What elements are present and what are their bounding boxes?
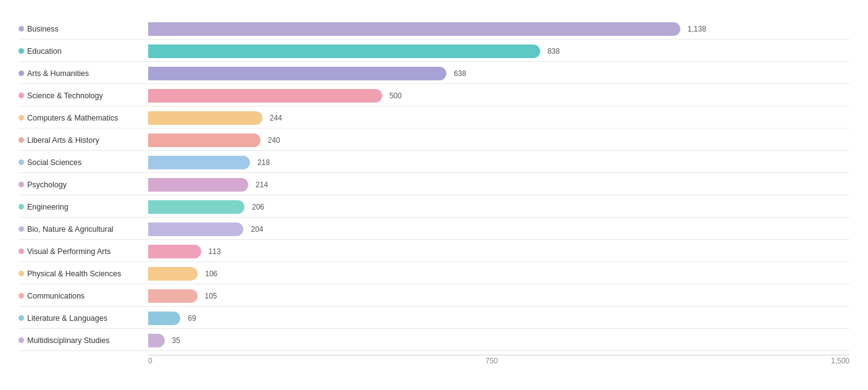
bar-value-label: 638 (454, 69, 466, 78)
bar-label: Science & Technology (19, 91, 148, 100)
bar-fill (148, 200, 244, 214)
bar-dot (19, 271, 24, 276)
bar-value-label: 105 (205, 292, 217, 300)
bar-label: Education (19, 47, 148, 56)
x-axis-tick: 0 (148, 357, 152, 365)
bar-container: 218 (148, 156, 849, 169)
bar-row: Communications105 (19, 286, 849, 307)
bar-dot (19, 115, 24, 121)
bar-dot (19, 315, 24, 321)
bar-row: Science & Technology500 (19, 85, 849, 106)
bar-dot (19, 337, 24, 343)
bar-container: 206 (148, 200, 849, 214)
bar-dot (19, 48, 24, 54)
bar-value-label: 204 (251, 225, 263, 234)
bar-row: Social Sciences218 (19, 152, 849, 173)
bar-container: 204 (148, 223, 849, 236)
bar-row: Psychology214 (19, 174, 849, 195)
bar-label: Literature & Languages (19, 314, 148, 323)
bar-container: 113 (148, 245, 849, 258)
bar-dot (19, 93, 24, 98)
x-axis: 07501,500 (19, 355, 849, 365)
bar-value-label: 206 (252, 203, 264, 211)
bar-fill (148, 89, 382, 103)
bar-row: Physical & Health Sciences106 (19, 263, 849, 284)
bar-label: Communications (19, 292, 148, 300)
bar-row: Multidisciplinary Studies35 (19, 330, 849, 351)
bar-label: Engineering (19, 203, 148, 211)
bar-value-label: 35 (172, 336, 180, 345)
bar-label: Arts & Humanities (19, 69, 148, 78)
bar-container: 1,138 (148, 22, 849, 36)
x-axis-tick: 750 (485, 357, 498, 365)
bar-fill (148, 67, 446, 80)
bar-label: Psychology (19, 180, 148, 189)
bar-dot (19, 137, 24, 143)
bar-container: 105 (148, 289, 849, 303)
bar-label: Business (19, 25, 148, 33)
bar-fill (148, 22, 680, 36)
bar-container: 214 (148, 178, 849, 192)
bar-fill (148, 334, 165, 347)
bar-container: 35 (148, 334, 849, 347)
bar-row: Business1,138 (19, 19, 849, 40)
bar-container: 244 (148, 111, 849, 125)
bar-label: Bio, Nature & Agricultural (19, 225, 148, 234)
bar-value-label: 838 (548, 47, 560, 56)
bar-dot (19, 70, 24, 76)
bar-label: Visual & Performing Arts (19, 247, 148, 256)
bar-dot (19, 226, 24, 232)
bar-row: Visual & Performing Arts113 (19, 241, 849, 262)
bar-value-label: 106 (205, 269, 217, 278)
bar-dot (19, 159, 24, 165)
bar-container: 240 (148, 134, 849, 147)
bar-fill (148, 134, 261, 147)
bar-fill (148, 178, 248, 192)
bar-value-label: 244 (270, 114, 282, 122)
bar-fill (148, 45, 540, 58)
bar-dot (19, 182, 24, 187)
chart-area: Business1,138Education838Arts & Humaniti… (19, 19, 849, 351)
bar-row: Computers & Mathematics244 (19, 108, 849, 129)
bar-fill (148, 267, 198, 281)
bar-dot (19, 204, 24, 210)
bar-value-label: 240 (268, 136, 280, 145)
bar-fill (148, 111, 262, 125)
bar-label: Computers & Mathematics (19, 114, 148, 122)
bar-fill (148, 289, 198, 303)
bar-row: Education838 (19, 41, 849, 62)
bar-dot (19, 26, 24, 32)
bar-fill (148, 223, 243, 236)
bar-dot (19, 293, 24, 299)
bar-row: Bio, Nature & Agricultural204 (19, 219, 849, 240)
bar-value-label: 214 (256, 180, 268, 189)
bar-label: Multidisciplinary Studies (19, 336, 148, 345)
bar-fill (148, 245, 201, 258)
chart-wrapper: Business1,138Education838Arts & Humaniti… (19, 19, 849, 365)
bar-container: 838 (148, 45, 849, 58)
bar-label: Social Sciences (19, 158, 148, 167)
bar-label: Liberal Arts & History (19, 136, 148, 145)
bar-container: 69 (148, 312, 849, 325)
bar-row: Arts & Humanities638 (19, 63, 849, 84)
bar-value-label: 69 (188, 314, 196, 323)
x-axis-tick: 1,500 (831, 357, 849, 365)
bar-row: Engineering206 (19, 197, 849, 218)
bar-dot (19, 248, 24, 254)
bar-value-label: 500 (390, 91, 402, 100)
bar-container: 638 (148, 67, 849, 80)
bar-row: Literature & Languages69 (19, 308, 849, 329)
bar-value-label: 113 (209, 247, 221, 256)
bar-value-label: 218 (257, 158, 270, 167)
bar-fill (148, 312, 180, 325)
bar-label: Physical & Health Sciences (19, 269, 148, 278)
bar-fill (148, 156, 250, 169)
bar-value-label: 1,138 (688, 25, 706, 33)
bar-container: 500 (148, 89, 849, 103)
bar-container: 106 (148, 267, 849, 281)
bar-row: Liberal Arts & History240 (19, 130, 849, 151)
